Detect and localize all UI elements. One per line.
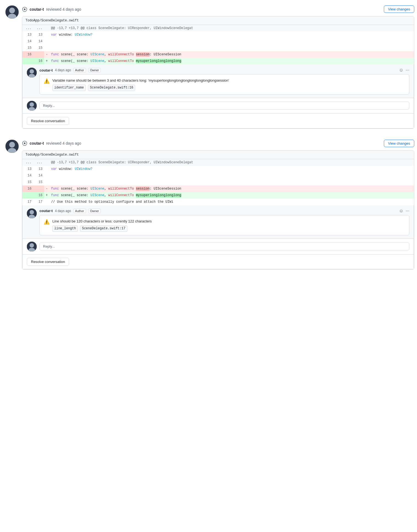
resolve-button[interactable]: Resolve conversation — [27, 117, 69, 125]
diff-sign — [44, 25, 49, 32]
lint-tag: SceneDelegate.swift:17 — [80, 225, 127, 232]
diff-sign — [44, 166, 49, 172]
diff-code — [49, 45, 414, 51]
reply-avatar — [27, 242, 37, 251]
comment-header: coutar-t 4 days ago AuthorOwner ☺ ··· — [39, 68, 409, 73]
new-line-num — [33, 51, 44, 58]
svg-point-4 — [24, 8, 25, 10]
diff-code: func scene(_ scene: UIScene, willConnect… — [49, 58, 414, 64]
old-line-num: 17 — [22, 199, 33, 205]
comment-time: 4 days ago — [55, 209, 71, 213]
comment-body: coutar-t 4 days ago AuthorOwner ☺ ··· — [39, 68, 409, 95]
svg-point-12 — [9, 142, 15, 148]
eye-icon — [22, 141, 27, 146]
resolve-row: Resolve conversation — [22, 254, 414, 269]
comment-badge: Author — [73, 209, 86, 213]
diff-sign — [44, 199, 49, 205]
diff-sign — [44, 172, 49, 179]
svg-point-15 — [24, 142, 25, 144]
eye-icon — [22, 7, 27, 12]
diff-line: 16 + func scene(_ scene: UIScene, willCo… — [22, 58, 414, 64]
diff-line: 14 14 — [22, 172, 414, 179]
new-line-num: 14 — [33, 38, 44, 45]
diff-sign: - — [44, 51, 49, 58]
comment-author: coutar-t — [39, 209, 53, 213]
old-line-num: ... — [22, 159, 33, 166]
new-line-num: 13 — [33, 32, 44, 38]
diff-table: ... ... @@ -13,7 +13,7 @@ class SceneDel… — [22, 159, 414, 205]
diff-code: // Use this method to optionally configu… — [49, 199, 414, 205]
reply-avatar — [27, 101, 37, 111]
lint-tag: identifier_name — [52, 85, 86, 91]
lint-box: ⚠️ Line should be 120 characters or less… — [39, 215, 409, 235]
resolve-button[interactable]: Resolve conversation — [27, 258, 69, 266]
diff-line: 16 - func scene(_ scene: UIScene, willCo… — [22, 51, 414, 58]
diff-header-text: @@ -13,7 +13,7 @@ class SceneDelegate: U… — [49, 159, 414, 166]
comment-entry: coutar-t 4 days ago AuthorOwner ☺ ··· — [22, 205, 414, 239]
diff-line: 14 14 — [22, 38, 414, 45]
reply-input[interactable]: Reply... — [39, 242, 409, 250]
old-line-num: ... — [22, 25, 33, 32]
svg-point-20 — [30, 243, 34, 248]
new-line-num: 16 — [33, 192, 44, 199]
diff-code: func scene(_ scene: UIScene, willConnect… — [49, 51, 414, 58]
comment-badge: Author — [73, 68, 86, 72]
resolve-row: Resolve conversation — [22, 113, 414, 128]
diff-card: TodoApp/SceneDelegate.swift ... ... @@ -… — [22, 16, 414, 129]
diff-code — [49, 179, 414, 185]
diff-file-header: TodoApp/SceneDelegate.swift — [22, 16, 414, 25]
old-line-num: 16 — [22, 185, 33, 192]
emoji-button[interactable]: ☺ — [399, 68, 403, 73]
old-line-num: 13 — [22, 32, 33, 38]
diff-context-row: ... ... @@ -13,7 +13,7 @@ class SceneDel… — [22, 25, 414, 32]
diff-card: TodoApp/SceneDelegate.swift ... ... @@ -… — [22, 150, 414, 270]
diff-table: ... ... @@ -13,7 +13,7 @@ class SceneDel… — [22, 25, 414, 64]
diff-code — [49, 38, 414, 45]
new-line-num: 16 — [33, 58, 44, 64]
svg-point-17 — [30, 210, 34, 214]
lint-message: Line should be 120 characters or less: c… — [52, 219, 152, 232]
reviewer-name: coutar-t — [30, 7, 44, 12]
diff-sign — [44, 179, 49, 185]
comment-thread: coutar-t 4 days ago AuthorOwner ☺ ··· — [22, 64, 414, 128]
diff-line: 16 - func scene(_ scene: UIScene, willCo… — [22, 185, 414, 192]
more-button[interactable]: ··· — [406, 68, 409, 73]
old-line-num: 14 — [22, 172, 33, 179]
reply-input[interactable]: Reply... — [39, 102, 409, 110]
diff-code — [49, 172, 414, 179]
review-content: coutar-t reviewed 4 days ago View change… — [22, 5, 414, 129]
comment-time: 4 days ago — [55, 68, 71, 72]
new-line-num: 14 — [33, 172, 44, 179]
review-header: coutar-t reviewed 4 days ago View change… — [22, 5, 414, 13]
review-action-time: reviewed 4 days ago — [46, 7, 81, 12]
diff-sign — [44, 38, 49, 45]
comment-badge: Owner — [88, 209, 101, 213]
diff-context-row: ... ... @@ -13,7 +13,7 @@ class SceneDel… — [22, 159, 414, 166]
reviewer-avatar — [5, 140, 19, 153]
old-line-num: 13 — [22, 166, 33, 172]
view-changes-button[interactable]: View changes — [384, 5, 414, 13]
view-changes-button[interactable]: View changes — [384, 140, 414, 147]
diff-sign — [44, 45, 49, 51]
diff-line: 16 + func scene(_ scene: UIScene, willCo… — [22, 192, 414, 199]
warning-icon: ⚠️ — [44, 78, 50, 85]
lint-text: Variable name should be between 3 and 40… — [52, 78, 229, 84]
comment-badge: Owner — [88, 68, 101, 72]
lint-box: ⚠️ Variable name should be between 3 and… — [39, 74, 409, 95]
review-block-1: coutar-t reviewed 4 days ago View change… — [3, 5, 414, 129]
lint-message: Variable name should be between 3 and 40… — [52, 78, 229, 91]
new-line-num — [33, 185, 44, 192]
more-button[interactable]: ··· — [406, 208, 409, 213]
diff-code: func scene(_ scene: UIScene, willConnect… — [49, 192, 414, 199]
diff-line: 15 15 — [22, 179, 414, 185]
comment-actions: ☺ ··· — [399, 68, 409, 73]
svg-point-6 — [30, 69, 34, 74]
svg-point-9 — [30, 102, 34, 107]
diff-code: var window: UIWindow? — [49, 32, 414, 38]
old-line-num: 15 — [22, 179, 33, 185]
emoji-button[interactable]: ☺ — [399, 208, 403, 213]
review-content: coutar-t reviewed 4 days ago View change… — [22, 140, 414, 270]
lint-tag: line_length — [52, 225, 78, 232]
diff-sign: + — [44, 192, 49, 199]
diff-file-header: TodoApp/SceneDelegate.swift — [22, 151, 414, 159]
